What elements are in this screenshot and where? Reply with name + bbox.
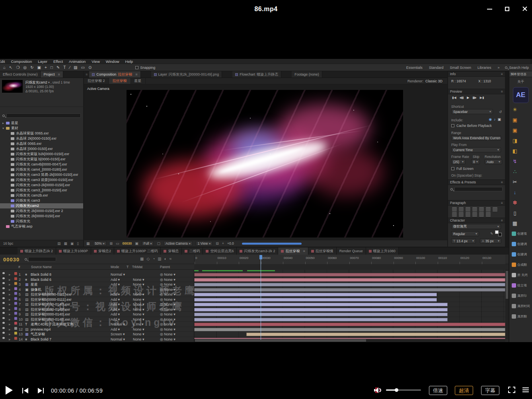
timeline-tab[interactable]: 拉丝穿梭慢: [308, 247, 337, 255]
project-item[interactable]: 闪烁发光 cam3-2k[0000-0150].exr: [0, 183, 83, 188]
eraser-tool[interactable]: ▭: [81, 65, 85, 70]
grid-icon[interactable]: ⊞: [110, 241, 113, 245]
volume-slider[interactable]: [386, 389, 421, 391]
timeline-tab[interactable]: Render Queue: [337, 247, 366, 255]
viewer-tab[interactable]: 拉丝穿梭: [109, 78, 131, 84]
workspace-standard[interactable]: Standard: [429, 66, 444, 70]
parent-select[interactable]: ◎ None ▾: [160, 272, 193, 277]
blend-mode-select[interactable]: Add ▾: [111, 307, 127, 312]
layer-duration-bar[interactable]: [194, 293, 437, 296]
timeline-tab[interactable]: 螺旋上升1080P 二维码: [114, 247, 161, 255]
project-footer-icons[interactable]: ▤ ▦ ▣ ▯: [57, 241, 80, 245]
maximize-button[interactable]: [504, 6, 511, 12]
resolution-select[interactable]: Full▾: [142, 241, 154, 246]
first-frame-button[interactable]: ▮◀: [452, 96, 456, 99]
project-item[interactable]: 水晶球 2k[0000-0150].exr: [0, 136, 83, 141]
project-item[interactable]: 气态穿梭.aep: [0, 224, 83, 229]
layer-duration-bar[interactable]: [194, 318, 448, 321]
volume-icon[interactable]: [374, 387, 382, 393]
workspace-small-screen[interactable]: Small Screen: [450, 66, 471, 70]
eyedropper-icon[interactable]: ✎: [490, 232, 493, 236]
timeline-tab[interactable]: 闪烁发光cam3-2k 2: [237, 247, 278, 255]
project-search[interactable]: [0, 113, 83, 119]
script-tool-grid[interactable]: ▦: [509, 218, 532, 228]
paragraph-align-icon[interactable]: [486, 207, 491, 211]
blend-mode-select[interactable]: Add ▾: [111, 312, 127, 317]
project-item[interactable]: ▸星星: [0, 121, 83, 126]
audio-include-icon[interactable]: ♪: [494, 117, 496, 121]
resolution-preview-select[interactable]: Auto▾: [485, 159, 502, 164]
paragraph-align-icon[interactable]: [479, 207, 484, 211]
project-item[interactable]: 闪烁发光 cam3 前景[0000-0150].exr: [0, 177, 83, 183]
paragraph-align-icon[interactable]: [466, 207, 470, 211]
parent-select[interactable]: ◎ None ▾: [160, 282, 193, 287]
fill-color-swatch[interactable]: [495, 230, 502, 236]
parent-select[interactable]: ◎ None ▾: [160, 287, 193, 292]
full-screen-toggle[interactable]: Full Screen: [451, 167, 474, 171]
paragraph-indent-icon[interactable]: [452, 212, 457, 216]
script-entry[interactable]: 创建调: [509, 249, 532, 259]
script-entry[interactable]: 层 关闭: [509, 270, 532, 280]
next-frame-button[interactable]: ▮▶: [472, 96, 477, 99]
project-item[interactable]: 闪烁发光 cam3_[0000-0150].exr: [0, 188, 83, 193]
parent-select[interactable]: ◎ None ▾: [160, 312, 193, 317]
zoom-select[interactable]: 50%▾: [93, 241, 107, 246]
pen-tool[interactable]: ✎: [57, 65, 60, 70]
parent-select[interactable]: ◎ None ▾: [160, 302, 193, 307]
layer-duration-bar[interactable]: [194, 303, 448, 306]
reset-icon[interactable]: ↺: [499, 110, 502, 114]
view-layout-select[interactable]: 1 View▾: [196, 241, 212, 246]
parent-select[interactable]: ◎ None ▾: [160, 337, 193, 342]
volume-knob[interactable]: [395, 388, 398, 392]
preview-panel-header[interactable]: Preview≡: [448, 89, 505, 94]
font-style-select[interactable]: Regular▾: [451, 231, 479, 236]
effects-search[interactable]: [448, 186, 505, 192]
layer-duration-bar[interactable]: [194, 313, 448, 316]
project-item[interactable]: 闪烁发光 cam4_[0000-0180].exr: [0, 167, 83, 172]
menu-window[interactable]: Window: [106, 59, 119, 64]
workspace-essentials[interactable]: Essentials: [406, 66, 423, 70]
project-bpc[interactable]: 16 bpc: [3, 241, 14, 245]
next-button[interactable]: [36, 387, 45, 394]
timeline-vertical-scrollbar[interactable]: [505, 270, 509, 339]
project-item[interactable]: 闪烁发光 cam2b.exr: [0, 193, 83, 198]
parent-select[interactable]: ◎ None ▾: [160, 292, 193, 297]
fullscreen-icon[interactable]: [508, 387, 515, 393]
trkmat-select[interactable]: None ▾: [133, 337, 153, 342]
layer-row[interactable]: ▸7▤拉丝穿梭[0000-0140].exrAdd ▾None ▾◎ None …: [0, 302, 194, 307]
layer-row[interactable]: ▸1■Black Solid 8Normal ▾◎ None ▾: [0, 272, 194, 277]
parent-select[interactable]: ◎ None ▾: [160, 277, 193, 282]
composition-mini-flowchart-icon[interactable]: ▦: [140, 257, 144, 261]
project-item[interactable]: 闪烁发光 cam4b[0000-0047].exr: [0, 162, 83, 167]
menu-effect[interactable]: Effect: [53, 59, 63, 64]
viewer-horizontal-scrollbar[interactable]: [242, 243, 302, 245]
project-item[interactable]: 闪烁发光 2k[0000-0150].exr 2: [0, 208, 83, 214]
layer-duration-bar[interactable]: [194, 298, 437, 302]
trkmat-select[interactable]: None ▾: [133, 292, 153, 297]
blend-mode-select[interactable]: Normal ▾: [111, 337, 127, 342]
playlist-icon[interactable]: [522, 387, 529, 393]
trkmat-select[interactable]: None ▾: [133, 312, 153, 317]
timeline-tab[interactable]: 空间云层点亮6: [203, 247, 237, 255]
trkmat-select[interactable]: None ▾: [133, 297, 153, 302]
script-tool-anchor-box-3[interactable]: ◨: [509, 135, 532, 146]
blend-mode-select[interactable]: Add ▾: [111, 297, 127, 302]
timeline-search[interactable]: [25, 257, 56, 261]
viewer-tab[interactable]: 拉丝穿梭 2: [84, 78, 109, 84]
layer-duration-bar[interactable]: [194, 288, 505, 292]
layer-duration-bar[interactable]: [194, 323, 505, 326]
layer-row[interactable]: ▸14■Black Solid 7Normal ▾None ▾◎ None ▾: [0, 337, 194, 342]
trkmat-select[interactable]: None ▾: [133, 302, 153, 307]
tab-effect-controls[interactable]: Effect Controls (none): [0, 71, 41, 78]
blend-mode-select[interactable]: Add ▾: [111, 302, 127, 307]
menu-edit[interactable]: Edit: [0, 59, 5, 64]
script-manager-tab[interactable]: 脚本管理器: [509, 71, 532, 77]
timeline-tab[interactable]: 穿梭总2: [91, 247, 114, 255]
timeline-tab[interactable]: 拉丝穿梭≡: [278, 247, 308, 255]
panel-menu-icon[interactable]: ≡: [135, 72, 137, 76]
frame-blend-icon[interactable]: ▥: [158, 257, 161, 261]
project-item[interactable]: 水晶球 [0000-0150].exr: [0, 146, 83, 152]
type-tool[interactable]: T: [63, 65, 66, 70]
draft-3d-icon[interactable]: ◇: [146, 257, 150, 261]
project-item[interactable]: 闪烁发光cam2: [0, 203, 83, 208]
